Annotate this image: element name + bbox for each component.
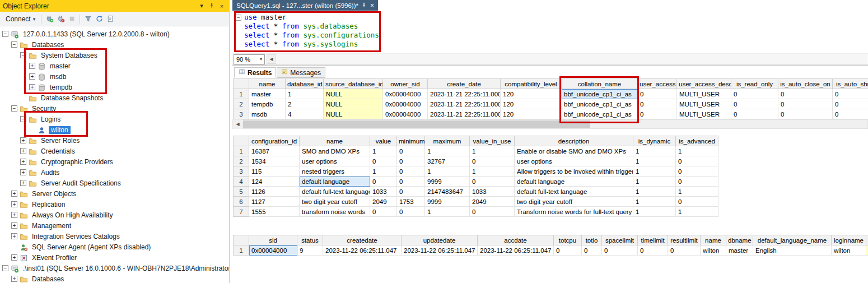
- stop-icon[interactable]: [67, 14, 77, 24]
- tree-expander-icon[interactable]: +: [11, 212, 17, 218]
- column-header-pas[interactable]: pas: [866, 235, 868, 245]
- column-header-user-access[interactable]: user_access: [638, 79, 677, 89]
- grid-cell[interactable]: 0: [778, 109, 833, 119]
- row-number[interactable]: 6: [234, 197, 249, 207]
- column-header-sid[interactable]: sid: [249, 235, 297, 245]
- window-position-icon[interactable]: ▾: [197, 2, 206, 10]
- column-header-create-date[interactable]: create_date: [428, 79, 501, 89]
- tree-item-databases[interactable]: +Databases: [0, 273, 229, 283]
- scrollbar-thumb[interactable]: [243, 120, 590, 128]
- column-header-name[interactable]: name: [249, 79, 286, 89]
- grid-cell[interactable]: NU: [866, 245, 868, 256]
- grid-cell[interactable]: 0: [778, 89, 833, 99]
- grid-cell[interactable]: 0: [638, 245, 668, 256]
- grid-cell[interactable]: 1127: [249, 197, 300, 207]
- grid-cell[interactable]: NULL: [324, 99, 383, 109]
- tree-expander-icon[interactable]: −: [11, 105, 17, 112]
- grid-cell[interactable]: 2023-11-22 06:25:11.047: [323, 245, 402, 256]
- grid-cell[interactable]: 0: [778, 99, 833, 109]
- grid-cell[interactable]: 1: [370, 166, 397, 177]
- column-header-totio[interactable]: totio: [582, 235, 602, 245]
- column-header-database-id[interactable]: database_id: [286, 79, 324, 89]
- grid-cell[interactable]: 0: [833, 99, 868, 109]
- tree-expander-icon[interactable]: +: [29, 73, 35, 80]
- tab-messages[interactable]: Messages: [277, 67, 325, 78]
- tree-item-xevent-profiler[interactable]: +XEvent Profiler: [0, 252, 229, 263]
- grid-cell[interactable]: English: [753, 245, 832, 256]
- column-header-name[interactable]: name: [701, 235, 726, 245]
- tree-item-server-audit-specifications[interactable]: +Server Audit Specifications: [0, 178, 229, 188]
- grid-cell[interactable]: 1: [425, 207, 470, 217]
- code-line[interactable]: select * from sys.syslogins: [235, 40, 868, 49]
- grid-cell[interactable]: 0: [676, 156, 718, 166]
- grid-cell[interactable]: 0x00004000: [383, 89, 428, 99]
- grid-cell[interactable]: 0: [397, 207, 425, 217]
- grid-cell[interactable]: two digit year cutoff: [515, 197, 633, 207]
- grid-hscrollbar[interactable]: ◀: [232, 119, 868, 129]
- column-header-description[interactable]: description: [515, 136, 633, 146]
- grid-cell[interactable]: master: [249, 89, 286, 99]
- row-number[interactable]: 2: [234, 99, 249, 109]
- grid-cell[interactable]: bbf_unicode_cp1_ci_as: [562, 89, 638, 99]
- grid-cell[interactable]: 0: [602, 245, 638, 256]
- grid-cell[interactable]: 124: [249, 177, 300, 187]
- tree-item-logins[interactable]: −Logins: [0, 114, 229, 124]
- tree-expander-icon[interactable]: +: [11, 191, 17, 197]
- tree-item-tempdb[interactable]: +tempdb: [0, 82, 229, 92]
- grid-cell[interactable]: 9999: [425, 177, 470, 187]
- grid-cell[interactable]: 0x00004000: [383, 109, 428, 119]
- column-header-collation-name[interactable]: collation_name: [562, 79, 638, 89]
- grid-cell[interactable]: 0: [638, 109, 677, 119]
- close-icon[interactable]: ×: [217, 3, 226, 10]
- column-header-resultlimit[interactable]: resultlimit: [668, 235, 701, 245]
- tree-item-always-on-high-availability[interactable]: +Always On High Availability: [0, 210, 229, 220]
- grid-cell[interactable]: 2023-11-22 06:25:11.047: [402, 245, 478, 256]
- grid-cell[interactable]: 0x00004000: [249, 245, 297, 256]
- scroll-left-button[interactable]: ◀: [233, 119, 242, 129]
- grid-cell[interactable]: 9999: [425, 197, 470, 207]
- tree-expander-icon[interactable]: +: [20, 180, 26, 186]
- grid-cell[interactable]: 2147483647: [425, 187, 470, 197]
- grid-cell[interactable]: 2023-11-21 22:25:11.000: [428, 99, 501, 109]
- grid-cell[interactable]: 0: [370, 207, 397, 217]
- tree-expander-icon[interactable]: +: [11, 233, 17, 239]
- grid-cell[interactable]: 0: [638, 89, 677, 99]
- grid-cell[interactable]: 2023-11-21 22:25:11.000: [428, 109, 501, 119]
- tree-item-msdb[interactable]: +msdb: [0, 71, 229, 82]
- grid-cell[interactable]: tempdb: [249, 99, 286, 109]
- column-header-totcpu[interactable]: totcpu: [554, 235, 582, 245]
- grid-cell[interactable]: 2: [286, 99, 324, 109]
- grid-cell[interactable]: 2023-11-21 22:25:11.000: [428, 89, 501, 99]
- grid-cell[interactable]: 1: [676, 187, 718, 197]
- tree-item-replication[interactable]: +Replication: [0, 199, 229, 210]
- grid-cell[interactable]: 1: [633, 187, 676, 197]
- zoom-select[interactable]: 90 % ▾: [234, 54, 265, 64]
- grid-cell[interactable]: wilton: [701, 245, 726, 256]
- grid-cell[interactable]: 2049: [370, 197, 397, 207]
- grid-cell[interactable]: master: [726, 245, 753, 256]
- column-header-updatedate[interactable]: updatedate: [402, 235, 478, 245]
- grid-cell[interactable]: 32767: [425, 156, 470, 166]
- grid-cell[interactable]: 1753: [397, 197, 425, 207]
- grid-cell[interactable]: 2049: [470, 197, 515, 207]
- grid-cell[interactable]: 1555: [249, 207, 300, 217]
- column-header-minimum[interactable]: minimum: [397, 136, 425, 146]
- grid-cell[interactable]: 0: [470, 207, 515, 217]
- grid-cell[interactable]: two digit year cutoff: [300, 197, 370, 207]
- tree-item-master[interactable]: +master: [0, 61, 229, 71]
- grid-cell[interactable]: 115: [249, 166, 300, 177]
- grid-cell[interactable]: 4: [286, 109, 324, 119]
- column-header-loginname[interactable]: loginname: [832, 235, 866, 245]
- grid-cell[interactable]: user options: [515, 156, 633, 166]
- grid-cell[interactable]: Allow triggers to be invoked within trig…: [515, 166, 633, 177]
- grid-cell[interactable]: 120: [501, 99, 562, 109]
- grid-cell[interactable]: 16387: [249, 146, 300, 156]
- grid-cell[interactable]: 1: [676, 146, 718, 156]
- grid-cell[interactable]: 1: [425, 146, 470, 156]
- column-header-default-language-name[interactable]: default_language_name: [753, 235, 832, 245]
- connect-plug-icon[interactable]: [44, 14, 54, 24]
- column-header-value-in-use[interactable]: value_in_use: [470, 136, 515, 146]
- column-header-compatibility-level[interactable]: compatibility_level: [501, 79, 562, 89]
- tree-expander-icon[interactable]: −: [20, 52, 26, 58]
- tree-expander-icon[interactable]: +: [11, 276, 17, 282]
